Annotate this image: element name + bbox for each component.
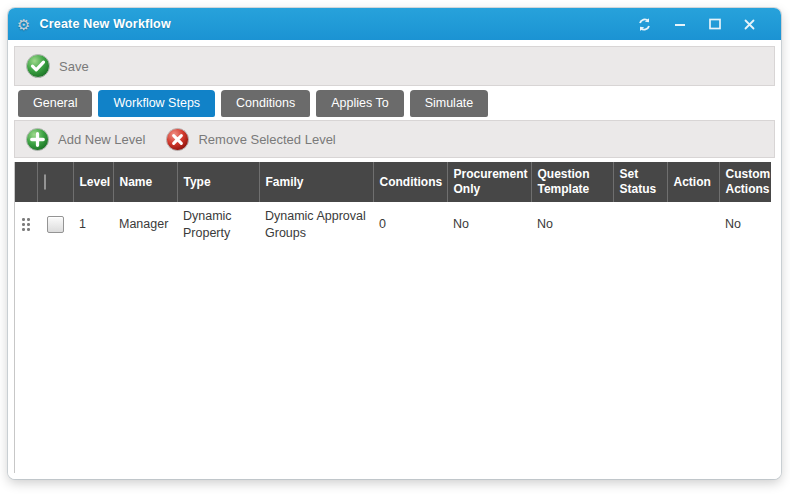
close-button[interactable]	[742, 17, 757, 32]
remove-selected-level-button[interactable]: Remove Selected Level	[165, 127, 335, 152]
header-family[interactable]: Family	[259, 162, 373, 202]
header-procurement-only[interactable]: Procurement Only	[447, 162, 531, 202]
level-toolbar: Add New Level Remove Selected Level	[14, 120, 775, 158]
refresh-button[interactable]	[637, 17, 652, 32]
remove-x-icon	[165, 127, 190, 152]
remove-selected-level-label: Remove Selected Level	[198, 132, 335, 147]
select-all-checkbox[interactable]	[44, 174, 46, 190]
dialog-window: ⚙ Create New Workflow	[8, 8, 781, 479]
header-set-status[interactable]: Set Status	[613, 162, 667, 202]
tab-general[interactable]: General	[18, 90, 92, 117]
cell-set-status	[613, 202, 667, 247]
header-name[interactable]: Name	[113, 162, 177, 202]
cell-level: 1	[73, 202, 113, 247]
workflow-steps-grid: Level Name Type Family Conditions Procur…	[14, 162, 775, 473]
add-new-level-button[interactable]: Add New Level	[25, 127, 145, 152]
minimize-icon	[673, 17, 687, 31]
cell-type: Dynamic Property	[177, 202, 259, 247]
cell-procurement-only: No	[447, 202, 531, 247]
save-button-label: Save	[59, 59, 89, 74]
window-controls	[637, 17, 757, 32]
save-toolbar: Save	[14, 46, 775, 86]
save-button[interactable]: Save	[25, 53, 89, 79]
levels-table: Level Name Type Family Conditions Procur…	[15, 162, 771, 247]
tab-workflow-steps[interactable]: Workflow Steps	[98, 90, 215, 117]
row-checkbox[interactable]	[47, 216, 64, 233]
table-row[interactable]: 1 Manager Dynamic Property Dynamic Appro…	[15, 202, 771, 247]
row-drag-cell	[15, 202, 37, 247]
header-action[interactable]: Action	[667, 162, 719, 202]
cell-custom-actions: No	[719, 202, 771, 247]
tab-applies-to[interactable]: Applies To	[316, 90, 403, 117]
cell-question-template: No	[531, 202, 613, 247]
cell-family: Dynamic Approval Groups	[259, 202, 373, 247]
maximize-button[interactable]	[707, 17, 722, 32]
tab-bar: General Workflow Steps Conditions Applie…	[14, 90, 775, 117]
save-check-icon	[25, 53, 51, 79]
minimize-button[interactable]	[672, 17, 687, 32]
cell-conditions: 0	[373, 202, 447, 247]
header-conditions[interactable]: Conditions	[373, 162, 447, 202]
header-level[interactable]: Level	[73, 162, 113, 202]
header-custom-actions[interactable]: Custom Actions	[719, 162, 771, 202]
close-icon	[743, 18, 756, 31]
add-plus-icon	[25, 127, 50, 152]
cell-action	[667, 202, 719, 247]
header-select-all	[37, 162, 73, 202]
header-type[interactable]: Type	[177, 162, 259, 202]
header-drag-column	[15, 162, 37, 202]
cell-name: Manager	[113, 202, 177, 247]
header-question-template[interactable]: Question Template	[531, 162, 613, 202]
refresh-icon	[637, 17, 652, 32]
dialog-content: Save General Workflow Steps Conditions A…	[8, 40, 781, 479]
maximize-icon	[708, 17, 722, 31]
tab-simulate[interactable]: Simulate	[410, 90, 489, 117]
window-title: Create New Workflow	[39, 17, 637, 31]
gear-icon: ⚙	[17, 17, 30, 32]
add-new-level-label: Add New Level	[58, 132, 145, 147]
row-select-cell	[37, 202, 73, 247]
tab-conditions[interactable]: Conditions	[221, 90, 310, 117]
title-bar: ⚙ Create New Workflow	[8, 8, 781, 40]
table-header-row: Level Name Type Family Conditions Procur…	[15, 162, 771, 202]
drag-handle-icon[interactable]	[22, 218, 30, 231]
